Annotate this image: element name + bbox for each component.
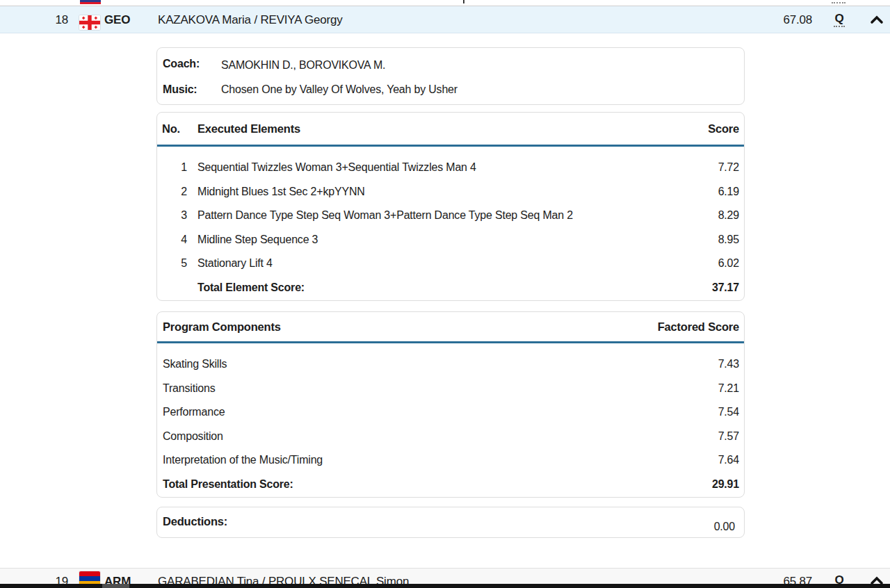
executed-elements-card: No. Executed Elements Score 1 Sequential… bbox=[156, 112, 745, 301]
component-score: 7.57 bbox=[718, 425, 739, 449]
component-name: Interpretation of the Music/Timing bbox=[163, 448, 323, 473]
bottom-cutoff-bar bbox=[0, 584, 890, 588]
column-header-executed-elements: Executed Elements bbox=[197, 113, 300, 145]
component-score: 7.21 bbox=[718, 377, 739, 401]
results-page: 18 GEO KAZAKOVA Maria / REVIYA Georgy 6 bbox=[0, 0, 890, 588]
segment-score: 67.08 bbox=[783, 6, 812, 33]
coach-value: SAMOKHIN D., BOROVIKOVA M. bbox=[221, 59, 385, 72]
deductions-value: 0.00 bbox=[714, 519, 735, 534]
component-name: Skating Skills bbox=[163, 352, 227, 377]
element-row: 4 Midline Step Sequence 3 8.95 bbox=[157, 228, 744, 252]
coach-label: Coach: bbox=[163, 58, 200, 70]
components-table-header: Program Components Factored Score bbox=[157, 312, 744, 341]
music-label: Music: bbox=[163, 83, 197, 96]
previous-entry-row-partial bbox=[0, 0, 890, 6]
element-name: Midline Step Sequence 3 bbox=[197, 228, 318, 252]
element-no: 5 bbox=[157, 252, 187, 276]
component-row: Skating Skills 7.43 bbox=[157, 352, 744, 377]
deductions-label: Deductions: bbox=[163, 514, 227, 529]
element-score: 6.19 bbox=[718, 180, 739, 204]
element-name: Stationary Lift 4 bbox=[197, 252, 273, 276]
total-element-score-row: Total Element Score: 37.17 bbox=[157, 276, 744, 300]
element-name: Sequential Twizzles Woman 3+Sequential T… bbox=[197, 156, 476, 180]
program-components-card: Program Components Factored Score Skatin… bbox=[156, 311, 745, 498]
music-value: Chosen One by Valley Of Wolves, Yeah by … bbox=[221, 83, 458, 96]
element-name: Midnight Blues 1st Sec 2+kpYYNN bbox=[197, 180, 365, 204]
component-score: 7.43 bbox=[718, 352, 739, 377]
column-header-no: No. bbox=[162, 113, 180, 145]
element-name: Pattern Dance Type Step Seq Woman 3+Patt… bbox=[197, 204, 573, 228]
components-table-body: Skating Skills 7.43 Transitions 7.21 Per… bbox=[157, 343, 744, 496]
qualified-badge[interactable]: Q bbox=[831, 12, 848, 26]
column-header-program-components: Program Components bbox=[163, 312, 281, 341]
total-element-score-value: 37.17 bbox=[712, 276, 739, 300]
component-row: Performance 7.54 bbox=[157, 400, 744, 425]
column-header-score: Score bbox=[708, 113, 739, 145]
element-score: 7.72 bbox=[718, 156, 739, 180]
element-row: 5 Stationary Lift 4 6.02 bbox=[157, 252, 744, 276]
element-row: 3 Pattern Dance Type Step Seq Woman 3+Pa… bbox=[157, 204, 744, 228]
element-score: 8.95 bbox=[718, 228, 739, 252]
element-no: 3 bbox=[157, 204, 187, 228]
chevron-up-icon[interactable] bbox=[870, 15, 884, 26]
coach-row: Coach: SAMOKHIN D., BOROVIKOVA M. bbox=[157, 58, 744, 73]
element-row: 1 Sequential Twizzles Woman 3+Sequential… bbox=[157, 156, 744, 180]
component-row: Interpretation of the Music/Timing 7.64 bbox=[157, 448, 744, 473]
element-no: 1 bbox=[157, 156, 187, 180]
elements-table-body: 1 Sequential Twizzles Woman 3+Sequential… bbox=[157, 147, 744, 300]
elements-table-header: No. Executed Elements Score bbox=[157, 113, 744, 145]
total-presentation-score-label: Total Presentation Score: bbox=[163, 473, 293, 497]
element-score: 6.02 bbox=[718, 252, 739, 276]
component-row: Transitions 7.21 bbox=[157, 377, 744, 401]
country-code: GEO bbox=[104, 6, 130, 33]
component-name: Composition bbox=[163, 425, 223, 449]
component-row: Composition 7.57 bbox=[157, 425, 744, 449]
previous-qualified-underline-remnant bbox=[832, 1, 846, 3]
result-row-expanded[interactable]: 18 GEO KAZAKOVA Maria / REVIYA Georgy 6 bbox=[0, 6, 890, 33]
element-score: 8.29 bbox=[718, 204, 739, 228]
rank-number: 18 bbox=[39, 6, 68, 33]
coach-music-card: Coach: SAMOKHIN D., BOROVIKOVA M. Music:… bbox=[156, 47, 745, 105]
previous-row-text-remnant bbox=[463, 0, 464, 3]
element-no: 2 bbox=[157, 180, 187, 204]
total-element-score-label: Total Element Score: bbox=[197, 276, 305, 300]
deductions-card: Deductions: 0.00 bbox=[156, 507, 745, 538]
component-score: 7.64 bbox=[718, 448, 739, 473]
element-row: 2 Midnight Blues 1st Sec 2+kpYYNN 6.19 bbox=[157, 180, 744, 204]
music-row: Music: Chosen One by Valley Of Wolves, Y… bbox=[157, 83, 744, 99]
component-name: Performance bbox=[163, 400, 225, 425]
column-header-factored-score: Factored Score bbox=[658, 312, 739, 341]
element-no: 4 bbox=[157, 228, 187, 252]
previous-flag-icon bbox=[80, 0, 101, 4]
georgia-flag-icon bbox=[79, 15, 100, 30]
skater-names: KAZAKOVA Maria / REVIYA Georgy bbox=[158, 6, 342, 33]
bottom-cutoff-bar-segment bbox=[102, 584, 129, 588]
component-name: Transitions bbox=[163, 377, 215, 401]
total-presentation-score-row: Total Presentation Score: 29.91 bbox=[157, 473, 744, 497]
total-presentation-score-value: 29.91 bbox=[712, 473, 739, 497]
component-score: 7.54 bbox=[718, 400, 739, 425]
